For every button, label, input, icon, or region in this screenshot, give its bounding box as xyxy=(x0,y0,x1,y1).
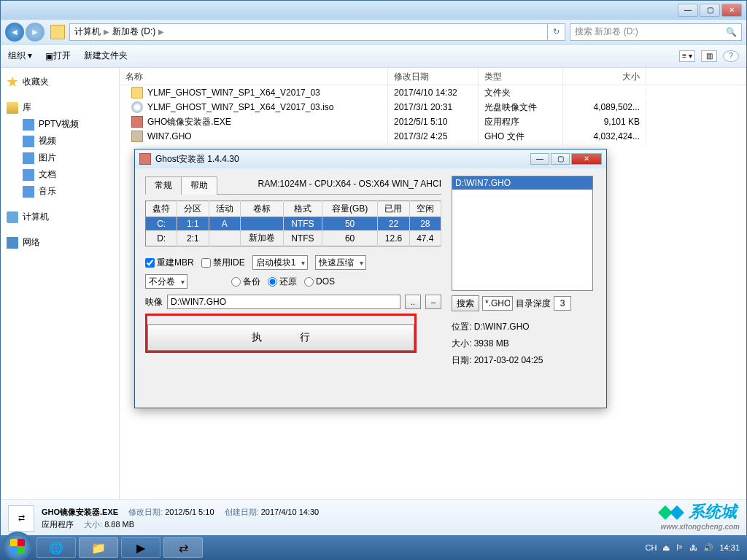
breadcrumb-item[interactable]: 计算机 xyxy=(74,26,101,38)
col-size[interactable]: 大小 xyxy=(563,68,646,85)
video-icon xyxy=(23,119,34,131)
disc-icon xyxy=(131,101,143,113)
network-icon xyxy=(7,237,18,249)
file-icon: ⇄ xyxy=(8,505,34,532)
music-icon xyxy=(23,186,34,198)
execute-highlight: 执 行 xyxy=(145,314,417,353)
system-info: RAM:1024M - CPU:X64 - OS:X64 WIN_7 AHCI xyxy=(258,179,441,189)
back-button[interactable]: ◄ xyxy=(5,23,24,42)
maximize-button[interactable]: ▢ xyxy=(700,4,720,17)
toolbar: 组织 ▾ ▣ 打开 新建文件夹 ≡ ▾ ▥ ? xyxy=(1,44,746,68)
sidebar-library[interactable]: 库 xyxy=(1,99,119,116)
tab-help[interactable]: 帮助 xyxy=(181,176,217,195)
sidebar-item-images[interactable]: 图片 xyxy=(1,149,119,166)
search-icon: 🔍 xyxy=(726,27,737,37)
breadcrumb[interactable]: 计算机 ▶ 新加卷 (D:) ▶ xyxy=(69,23,548,41)
dialog-titlebar[interactable]: Ghost安装器 1.4.4.30 — ▢ ✕ xyxy=(135,149,606,168)
depth-input[interactable] xyxy=(554,296,571,311)
new-folder-button[interactable]: 新建文件夹 xyxy=(84,50,128,62)
dialog-close-button[interactable]: ✕ xyxy=(571,153,602,165)
minimize-button[interactable]: — xyxy=(678,4,698,17)
organize-menu[interactable]: 组织 ▾ xyxy=(8,50,32,62)
col-type[interactable]: 类型 xyxy=(479,68,563,85)
task-ghost[interactable]: ⇄ xyxy=(163,537,203,558)
watermark: 系统城 www.xitongcheng.com xyxy=(660,501,740,531)
gho-file-list[interactable]: D:\WIN7.GHO xyxy=(452,176,593,291)
lang-indicator[interactable]: CH xyxy=(646,543,657,552)
task-media[interactable]: ▶ xyxy=(121,537,160,558)
search-button[interactable]: 搜索 xyxy=(452,295,479,311)
search-input[interactable]: 搜索 新加卷 (D:) 🔍 xyxy=(570,23,742,41)
sidebar-computer[interactable]: 计算机 xyxy=(1,209,119,225)
star-icon xyxy=(7,77,18,88)
dos-radio[interactable]: DOS xyxy=(304,276,335,287)
computer-icon xyxy=(7,211,18,223)
column-headers: 名称 修改日期 类型 大小 xyxy=(120,68,746,85)
file-row[interactable]: YLMF_GHOST_WIN7_SP1_X64_V2017_032017/4/1… xyxy=(120,85,746,100)
dialog-maximize-button[interactable]: ▢ xyxy=(551,153,570,165)
file-row[interactable]: GHO镜像安装器.EXE2012/5/1 5:10应用程序9,101 KB xyxy=(120,114,746,129)
network-icon[interactable]: 🖧 xyxy=(689,543,697,552)
system-tray[interactable]: CH ⏏ 🏳 🖧 🔊 14:31 xyxy=(646,543,747,553)
col-name[interactable]: 名称 xyxy=(120,68,388,85)
taskbar: 🌐 📁 ▶ ⇄ CH ⏏ 🏳 🖧 🔊 14:31 xyxy=(0,535,747,560)
folder-icon xyxy=(131,87,143,98)
task-ie[interactable]: 🌐 xyxy=(36,537,76,558)
chevron-right-icon: ▶ xyxy=(158,28,164,36)
view-options-button[interactable]: ≡ ▾ xyxy=(679,50,695,62)
disk-row[interactable]: C:1:1ANTFS502228 xyxy=(146,217,441,231)
boot-module-select[interactable]: 启动模块1 xyxy=(252,255,309,270)
browse-button[interactable]: .. xyxy=(405,295,421,309)
compress-select[interactable]: 快速压缩 xyxy=(315,255,366,270)
image-path-input[interactable] xyxy=(167,295,400,309)
disable-ide-checkbox[interactable]: 禁用IDE xyxy=(201,257,245,269)
open-button[interactable]: ▣ 打开 xyxy=(45,50,71,62)
tabs: 常规 帮助 RAM:1024M - CPU:X64 - OS:X64 WIN_7… xyxy=(145,176,441,195)
app-icon xyxy=(139,153,151,165)
video-icon xyxy=(23,136,34,147)
ext-filter-input[interactable] xyxy=(482,296,513,311)
ghost-installer-dialog: Ghost安装器 1.4.4.30 — ▢ ✕ 常规 帮助 RAM:1024M … xyxy=(134,149,607,408)
chevron-right-icon: ▶ xyxy=(104,28,109,36)
sidebar-favorites[interactable]: 收藏夹 xyxy=(1,74,119,90)
gho-list-item[interactable]: D:\WIN7.GHO xyxy=(452,176,592,190)
sidebar-item-pptv[interactable]: PPTV视频 xyxy=(1,116,119,133)
rebuild-mbr-checkbox[interactable]: 重建MBR xyxy=(145,257,194,269)
preview-pane-button[interactable]: ▥ xyxy=(701,50,717,62)
task-explorer[interactable]: 📁 xyxy=(79,537,118,558)
sidebar-item-video[interactable]: 视频 xyxy=(1,133,119,149)
forward-button[interactable]: ► xyxy=(26,23,44,42)
start-button[interactable] xyxy=(3,532,32,560)
exe-icon xyxy=(131,116,143,128)
clock[interactable]: 14:31 xyxy=(719,543,740,552)
sidebar-item-docs[interactable]: 文档 xyxy=(1,166,119,183)
tab-general[interactable]: 常规 xyxy=(145,176,182,195)
library-icon xyxy=(7,102,18,114)
details-type: 应用程序 xyxy=(42,519,74,530)
titlebar: — ▢ ✕ xyxy=(1,1,746,20)
close-button[interactable]: ✕ xyxy=(721,4,742,17)
nav-bar: ◄ ► 计算机 ▶ 新加卷 (D:) ▶ ↻ 搜索 新加卷 (D:) 🔍 xyxy=(1,20,746,44)
execute-button[interactable]: 执 行 xyxy=(147,324,414,351)
image-icon xyxy=(23,152,34,164)
help-button[interactable]: ? xyxy=(723,50,739,62)
backup-radio[interactable]: 备份 xyxy=(231,276,260,288)
flag-icon[interactable]: 🏳 xyxy=(676,543,684,552)
sidebar-network[interactable]: 网络 xyxy=(1,234,119,251)
depth-label: 目录深度 xyxy=(516,298,551,310)
refresh-button[interactable]: ↻ xyxy=(548,23,565,41)
volume-icon[interactable]: 🔊 xyxy=(703,543,713,553)
restore-radio[interactable]: 还原 xyxy=(268,276,297,288)
file-row[interactable]: WIN7.GHO2017/3/2 4:25GHO 文件4,032,424... xyxy=(120,129,746,144)
dialog-minimize-button[interactable]: — xyxy=(530,153,549,165)
disk-row[interactable]: D:2:1新加卷NTFS6012.647.4 xyxy=(146,230,441,246)
tray-icon[interactable]: ⏏ xyxy=(662,543,670,553)
col-date[interactable]: 修改日期 xyxy=(388,68,479,85)
breadcrumb-item[interactable]: 新加卷 (D:) xyxy=(112,26,155,38)
gho-metadata: 位置: D:\WIN7.GHO 大小: 3938 MB 日期: 2017-03-… xyxy=(452,319,593,368)
disk-table: 盘符分区活动卷标格式容量(GB)已用空闲 C:1:1ANTFS502228D:2… xyxy=(145,201,441,246)
sidebar-item-music[interactable]: 音乐 xyxy=(1,183,119,200)
split-select[interactable]: 不分卷 xyxy=(145,274,187,289)
document-icon xyxy=(23,169,34,181)
clear-button[interactable]: – xyxy=(425,295,441,309)
